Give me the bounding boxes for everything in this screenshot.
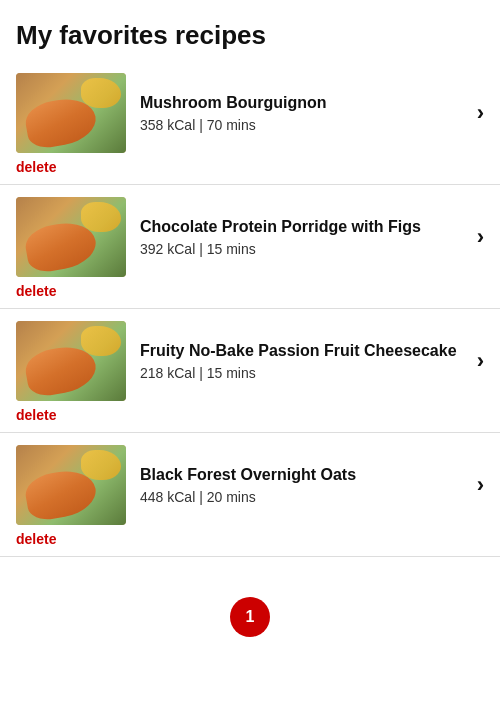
recipe-chevron-icon[interactable]: › <box>477 224 484 250</box>
recipe-item: Fruity No-Bake Passion Fruit Cheesecake … <box>0 309 500 433</box>
recipe-name: Black Forest Overnight Oats <box>140 465 463 485</box>
page-number-1[interactable]: 1 <box>230 597 270 637</box>
recipe-meta: 218 kCal | 15 mins <box>140 365 463 381</box>
recipe-meta: 448 kCal | 20 mins <box>140 489 463 505</box>
recipe-row: Mushroom Bourguignon 358 kCal | 70 mins … <box>16 73 484 153</box>
delete-button[interactable]: delete <box>16 531 56 547</box>
recipe-content: Black Forest Overnight Oats 448 kCal | 2… <box>140 465 463 505</box>
recipe-content: Mushroom Bourguignon 358 kCal | 70 mins <box>140 93 463 133</box>
delete-button[interactable]: delete <box>16 159 56 175</box>
recipe-item: Mushroom Bourguignon 358 kCal | 70 mins … <box>0 61 500 185</box>
recipe-chevron-icon[interactable]: › <box>477 348 484 374</box>
recipe-meta: 392 kCal | 15 mins <box>140 241 463 257</box>
recipe-item: Black Forest Overnight Oats 448 kCal | 2… <box>0 433 500 557</box>
recipe-chevron-icon[interactable]: › <box>477 100 484 126</box>
recipe-name: Chocolate Protein Porridge with Figs <box>140 217 463 237</box>
recipe-name: Fruity No-Bake Passion Fruit Cheesecake <box>140 341 463 361</box>
recipe-image <box>16 197 126 277</box>
recipe-content: Chocolate Protein Porridge with Figs 392… <box>140 217 463 257</box>
recipe-row: Black Forest Overnight Oats 448 kCal | 2… <box>16 445 484 525</box>
delete-button[interactable]: delete <box>16 283 56 299</box>
recipe-content: Fruity No-Bake Passion Fruit Cheesecake … <box>140 341 463 381</box>
recipe-image <box>16 321 126 401</box>
recipe-meta: 358 kCal | 70 mins <box>140 117 463 133</box>
page-title: My favorites recipes <box>0 0 500 61</box>
recipe-row: Fruity No-Bake Passion Fruit Cheesecake … <box>16 321 484 401</box>
recipe-list: Mushroom Bourguignon 358 kCal | 70 mins … <box>0 61 500 557</box>
recipe-image <box>16 445 126 525</box>
pagination: 1 <box>0 597 500 667</box>
recipe-name: Mushroom Bourguignon <box>140 93 463 113</box>
recipe-item: Chocolate Protein Porridge with Figs 392… <box>0 185 500 309</box>
delete-button[interactable]: delete <box>16 407 56 423</box>
recipe-image <box>16 73 126 153</box>
recipe-row: Chocolate Protein Porridge with Figs 392… <box>16 197 484 277</box>
recipe-chevron-icon[interactable]: › <box>477 472 484 498</box>
